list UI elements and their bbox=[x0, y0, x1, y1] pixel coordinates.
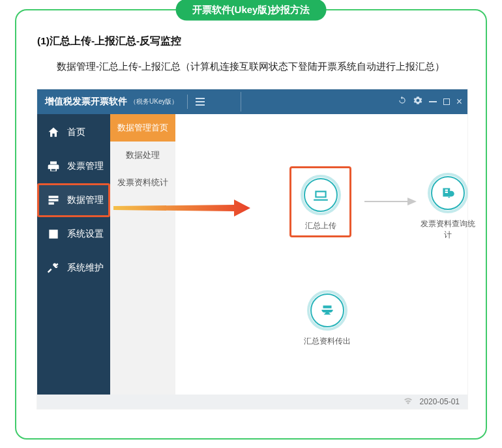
app-subtitle: （税务UKey版） bbox=[130, 97, 178, 106]
sub-item-data-process[interactable]: 数据处理 bbox=[110, 142, 175, 169]
sidebar-item-label: 系统维护 bbox=[67, 262, 104, 274]
home-icon bbox=[46, 125, 61, 140]
title-bar: 增值税发票开票软件 （税务UKey版） × bbox=[37, 89, 467, 114]
tools-icon bbox=[46, 261, 61, 275]
status-bar: 2020-05-01 bbox=[37, 395, 467, 409]
settings-icon[interactable] bbox=[413, 96, 422, 107]
sidebar-item-maintain[interactable]: 系统维护 bbox=[37, 251, 110, 285]
card-label: 汇总资料传出 bbox=[296, 336, 358, 347]
sub-sidebar: 数据管理首页 数据处理 发票资料统计 bbox=[110, 114, 175, 395]
sidebar-item-invoice[interactable]: 发票管理 bbox=[37, 149, 110, 183]
query-stats-icon bbox=[428, 173, 468, 213]
sidebar-item-home[interactable]: 首页 bbox=[37, 115, 110, 149]
sidebar-item-settings[interactable]: 系统设置 bbox=[37, 217, 110, 251]
link-arrow-icon bbox=[364, 197, 417, 206]
upload-icon bbox=[301, 175, 341, 215]
data-icon bbox=[46, 193, 61, 207]
app-body: 首页 发票管理 数据管理 bbox=[37, 114, 467, 395]
sub-item-label: 发票资料统计 bbox=[117, 177, 168, 188]
sub-item-invoice-stats[interactable]: 发票资料统计 bbox=[110, 169, 175, 196]
card-summary-export[interactable]: 汇总资料传出 bbox=[296, 290, 358, 347]
status-date: 2020-05-01 bbox=[420, 397, 460, 406]
sidebar-item-label: 系统设置 bbox=[67, 228, 104, 240]
card-invoice-query[interactable]: 发票资料查询统计 bbox=[417, 173, 479, 241]
section-heading: (1)汇总上传-上报汇总-反写监控 bbox=[37, 35, 465, 48]
content-area: 汇总上传 发票资料查询统计 bbox=[175, 114, 467, 395]
document-body: (1)汇总上传-上报汇总-反写监控 数据管理-汇总上传-上报汇总（计算机连接互联… bbox=[16, 10, 486, 419]
sidebar-item-label: 数据管理 bbox=[67, 194, 104, 206]
hamburger-icon[interactable] bbox=[196, 98, 205, 106]
card-label: 发票资料查询统计 bbox=[417, 218, 479, 241]
pill-title: 开票软件(Ukey版)抄报方法 bbox=[176, 0, 327, 21]
wifi-icon bbox=[403, 396, 413, 406]
sidebar-item-label: 发票管理 bbox=[67, 160, 104, 172]
invoice-app-window: 增值税发票开票软件 （税务UKey版） × bbox=[37, 89, 467, 409]
window-close-icon[interactable]: × bbox=[456, 97, 462, 107]
sub-item-data-home[interactable]: 数据管理首页 bbox=[110, 114, 175, 142]
document-frame: 开票软件(Ukey版)抄报方法 (1)汇总上传-上报汇总-反写监控 数据管理-汇… bbox=[15, 9, 487, 440]
sidebar-item-data[interactable]: 数据管理 bbox=[37, 183, 110, 217]
export-icon bbox=[307, 290, 347, 331]
app-title: 增值税发票开票软件 bbox=[45, 96, 127, 108]
sidebar-item-label: 首页 bbox=[67, 127, 85, 138]
window-minimize-icon[interactable] bbox=[429, 101, 437, 102]
sub-item-label: 数据管理首页 bbox=[117, 122, 168, 134]
card-label: 汇总上传 bbox=[294, 220, 347, 231]
card-summary-upload[interactable]: 汇总上传 bbox=[289, 166, 351, 237]
printer-icon bbox=[46, 159, 61, 173]
main-sidebar: 首页 发票管理 数据管理 bbox=[37, 114, 110, 395]
window-controls: × bbox=[398, 89, 462, 114]
sub-item-label: 数据处理 bbox=[126, 149, 160, 161]
titlebar-separator bbox=[187, 95, 188, 109]
section-description: 数据管理-汇总上传-上报汇总（计算机连接互联网状态下登陆开票系统自动进行上报汇总… bbox=[37, 57, 465, 76]
titlebar-separator bbox=[241, 92, 241, 112]
settings-panel-icon bbox=[46, 227, 61, 241]
svg-marker-2 bbox=[407, 198, 417, 205]
window-maximize-icon[interactable] bbox=[443, 98, 450, 105]
sync-icon[interactable] bbox=[398, 96, 407, 107]
